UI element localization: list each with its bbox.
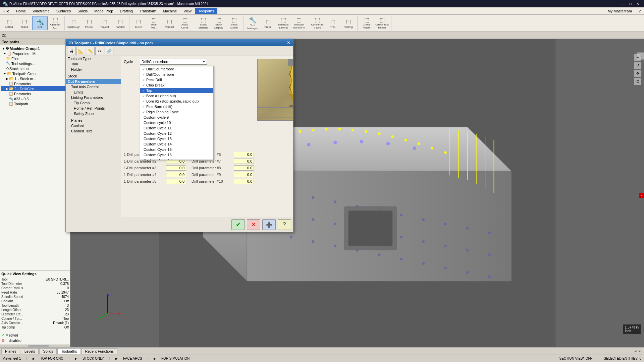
dlg-tree-limits[interactable]: Limits (66, 89, 121, 95)
toolbar-stock-display[interactable]: ⬚ Stock Display (211, 16, 226, 30)
tabs-scroll-arrows[interactable]: ◄ ► (632, 349, 643, 353)
vp-fit[interactable]: ⊡ (634, 78, 641, 85)
vp-rotate[interactable]: ↺ (634, 62, 641, 69)
param5-input[interactable] (166, 179, 186, 184)
dialog-tool-ruler[interactable]: 📏 (86, 47, 95, 55)
dd-bore1[interactable]: ✓ Bore #1 (feed out) (140, 93, 213, 99)
dlg-tree-cut-params[interactable]: Cut Parameters (66, 79, 121, 84)
menu-solids[interactable]: Solids (74, 8, 91, 14)
cycle-dropdown-display[interactable]: Drill/Counterbore ▼ (140, 59, 207, 65)
vp-pan[interactable]: ✥ (634, 70, 641, 77)
menu-surfaces[interactable]: Surfaces (53, 8, 74, 14)
toolbar-check-holder[interactable]: ⬚ Check Holder (359, 16, 374, 30)
dd-custom10[interactable]: Custom cycle 10 (140, 120, 213, 125)
param7-input[interactable] (234, 159, 254, 164)
tab-recent-functions[interactable]: Recent Functions (82, 348, 118, 354)
dd-chip-break[interactable]: ✓ Chip Break (140, 82, 213, 88)
dlg-tree-coolant[interactable]: Coolant (66, 123, 121, 128)
menu-toolpaths[interactable]: Toolpaths (195, 8, 217, 14)
tree-files[interactable]: 📁 Files (1, 56, 69, 61)
toolbar-along-curve[interactable]: ⬚ Along Curve (177, 16, 193, 30)
dlg-tree-linking[interactable]: Linking Parameters (66, 95, 121, 100)
dd-custom17[interactable]: Custom Cycle 17 (140, 158, 213, 160)
dialog-tool-cut[interactable]: ✂ (95, 47, 104, 55)
tree-stock-setup[interactable]: ◇ Stock setup (1, 66, 69, 71)
tree-tool-settings[interactable]: 🔧 Tool settings... (1, 61, 69, 66)
tree-1stock[interactable]: ▶ 📂 1 - Stock m... (1, 76, 69, 81)
dd-tap[interactable]: ✓ Tap (140, 88, 213, 93)
cycle-dropdown-container[interactable]: Drill/Counterbore ▼ ✓ Drill/Counterbore (140, 59, 207, 65)
menu-home[interactable]: Home (13, 8, 29, 14)
dd-fine-bore[interactable]: ✓ Fine Bore (shift) (140, 104, 213, 109)
dialog-tool-link[interactable]: 🔗 (105, 47, 113, 55)
close-button[interactable]: ✕ (634, 1, 641, 7)
toolbar-check-tool-reach[interactable]: ⬚ Check Tool Reach (374, 16, 390, 30)
toolbar-parallel[interactable]: ⬚ Parallel (112, 16, 128, 30)
dlg-tree-safety[interactable]: Safety Zone (66, 111, 121, 116)
dd-custom13[interactable]: Custom Cycle 13 (140, 136, 213, 141)
toolbar-lofted[interactable]: ⬚ Lofted (1, 16, 17, 30)
tree-toolpath-item[interactable]: 📋 Toolpath (1, 101, 69, 106)
toolbar-multiaxis-linking[interactable]: ⬚ Multiaxis Linking (276, 16, 291, 30)
menu-file[interactable]: File (0, 8, 13, 14)
tree-machine-group[interactable]: ▼ ⚙ Machine Group-1 (1, 46, 69, 51)
dd-custom11[interactable]: Custom Cycle 11 (140, 125, 213, 131)
dd-drill-counterbore-2[interactable]: ✓ Drill/Counterbore (140, 72, 213, 77)
dd-peck-drill[interactable]: ✓ Peck Drill (140, 77, 213, 82)
tree-area[interactable]: ▼ ⚙ Machine Group-1 ▼ 📋 Properties - Mi.… (0, 45, 70, 270)
tab-toolpaths[interactable]: Toolpaths (57, 348, 80, 354)
tree-2drill[interactable]: ▶ 📂 2 - Drill/Circ... (1, 86, 69, 91)
toolbar-chamfer[interactable]: ⬚ Chamfer D... (48, 16, 63, 30)
tree-params1[interactable]: 📋 Parametrs (1, 81, 69, 86)
dialog-tool-print[interactable]: 🖨 (67, 47, 76, 55)
toolbar-project[interactable]: ⬚ Project (97, 16, 112, 30)
dialog-left-tree[interactable]: Toolpath Type Tool Holder Stock Cut Para… (66, 56, 121, 217)
toolbar-swarf[interactable]: ⬚ Swarf Mill... (146, 16, 162, 30)
tree-toolpath-group[interactable]: ▼ 📂 Toolpath Grou... (1, 71, 69, 76)
dialog-ok-button[interactable]: ✔ (231, 219, 245, 230)
toolbar-ruled[interactable]: ⬚ Ruled (17, 16, 32, 30)
left-panel-scrollbar[interactable] (0, 345, 70, 347)
vp-zoom-out[interactable]: − (634, 54, 641, 61)
tree-properties[interactable]: ▼ 📋 Properties - Mi... (1, 51, 69, 56)
toolbar-trim[interactable]: ⬚ Trim (325, 16, 340, 30)
toolbar-nesting[interactable]: ⬚ Nesting (340, 16, 356, 30)
dd-custom9[interactable]: Custom cycle 9 (140, 115, 213, 120)
toolbar-convert-5axis[interactable]: ⬚ Convert to 5-axis (310, 16, 325, 30)
menu-help-icon[interactable]: ? (635, 8, 644, 14)
dialog-cancel-button[interactable]: ✕ (247, 219, 260, 230)
param10-input[interactable] (234, 179, 254, 184)
dialog-tool-measure[interactable]: 📐 (76, 47, 85, 55)
dlg-tree-stock[interactable]: Stock (66, 73, 121, 79)
tab-planes[interactable]: Planes (1, 348, 20, 354)
dialog-help-button[interactable]: ? (278, 219, 291, 230)
param3-input[interactable] (166, 165, 186, 171)
toolbar-tool-manager[interactable]: 🔧 Tool Manager (245, 16, 260, 30)
maximize-button[interactable]: □ (627, 1, 634, 7)
param9-input[interactable] (234, 172, 254, 177)
dd-custom15[interactable]: Custom Cycle 15 (140, 147, 213, 152)
tab-solids[interactable]: Solids (39, 348, 57, 354)
dlg-tree-tool[interactable]: Tool (66, 61, 121, 67)
menu-machine[interactable]: Machine (160, 8, 180, 14)
dialog-add-button[interactable]: ➕ (262, 219, 276, 230)
dialog-close-button[interactable]: ✕ (287, 40, 290, 45)
dd-drill-counterbore-1[interactable]: ✓ Drill/Counterbore (140, 66, 213, 72)
param6-input[interactable] (234, 152, 254, 157)
toolbar-stock-model[interactable]: ⬚ Stock Model (226, 16, 242, 30)
minimize-button[interactable]: — (619, 1, 627, 7)
menu-drafting[interactable]: Drafting (116, 8, 136, 14)
toolbar-drill[interactable]: 🔩 Drill (32, 16, 48, 30)
toolbar-probe[interactable]: ⬚ Probe (260, 16, 276, 30)
menu-wireframe[interactable]: Wireframe (29, 8, 53, 14)
dd-custom14[interactable]: Custom Cycle 14 (140, 141, 213, 147)
dlg-tree-tip-comp[interactable]: Tip Comp (66, 100, 121, 106)
toolbar-toolpath-transform[interactable]: ⬚ Toolpath Transform (291, 16, 307, 30)
dlg-tree-home[interactable]: Home / Ref. Points (66, 106, 121, 111)
toolbar-pocket[interactable]: ⬚ Pocket (82, 16, 97, 30)
toolbar-parallel2[interactable]: ⬚ Parallel (162, 16, 177, 30)
dd-custom16[interactable]: Custom Cycle 16 (140, 152, 213, 158)
tree-params2[interactable]: 📋 Parametrs (1, 91, 69, 96)
dlg-tree-toolpath-type[interactable]: Toolpath Type (66, 56, 121, 61)
cycle-dropdown-list[interactable]: ✓ Drill/Counterbore ✓ Drill/Counterbore … (140, 66, 214, 160)
